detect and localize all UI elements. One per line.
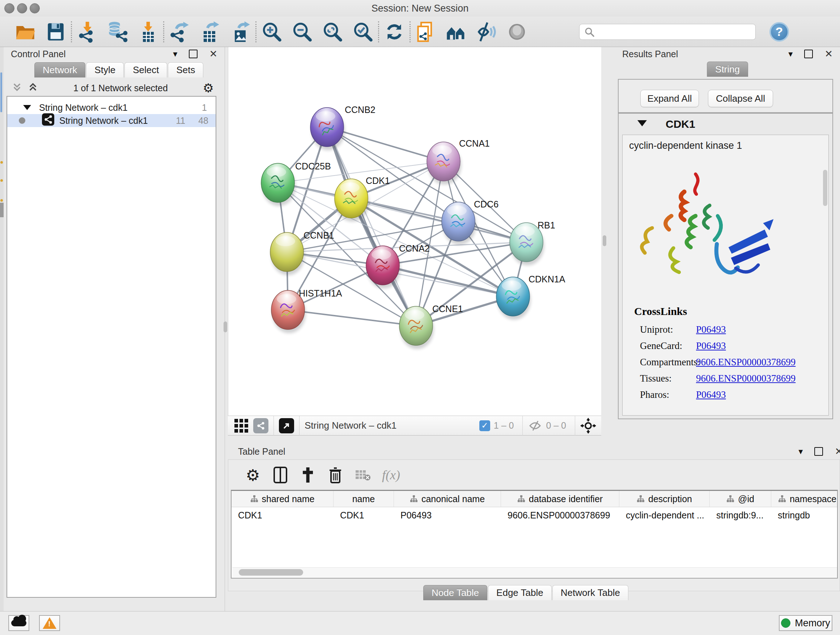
tab-string[interactable]: String (707, 62, 748, 77)
cell-@id[interactable]: stringdb:9... (710, 507, 771, 523)
network-collection-row[interactable]: String Network – cdk1 1 (7, 101, 216, 114)
results-panel-maximize-button[interactable] (804, 50, 813, 58)
crosslink-link[interactable]: 9606.ENSP00000378699 (696, 356, 796, 368)
detach-view-button[interactable] (279, 418, 294, 433)
collapse-all-tree-button[interactable] (27, 82, 38, 94)
column-header-namespace[interactable]: namespace (771, 491, 838, 507)
column-header-description[interactable]: description (619, 491, 710, 507)
column-header-canonical-name[interactable]: canonical name (394, 491, 501, 507)
tab-select[interactable]: Select (125, 62, 167, 78)
collection-expand-triangle-icon[interactable] (23, 105, 31, 110)
warnings-button[interactable]: ! (39, 615, 60, 631)
column-gear-icon[interactable]: ⚙ (245, 466, 261, 484)
column-header-@id[interactable]: @id (710, 491, 771, 507)
table-panel-close-button[interactable]: ✕ (835, 446, 840, 457)
cell-database-identifier[interactable]: 9606.ENSP00000378699 (501, 507, 619, 523)
collapse-all-button[interactable]: Collapse All (708, 90, 773, 107)
help-button[interactable]: ? (769, 22, 789, 42)
zoom-fit-button[interactable] (321, 20, 344, 43)
cell-description[interactable]: cyclin-dependent ... (619, 507, 710, 523)
memory-button[interactable]: Memory (779, 615, 832, 631)
import-table-file-button[interactable] (136, 20, 159, 43)
import-network-database-button[interactable] (106, 20, 129, 43)
table-panel-float-button[interactable]: ▾ (798, 447, 803, 456)
network-node-CCNB2[interactable] (310, 108, 345, 150)
network-node-CDKN1A[interactable] (496, 277, 531, 320)
selected-checkbox-icon[interactable]: ✓ (479, 420, 490, 431)
table-row[interactable]: CDK1CDK1P064939606.ENSP00000378699cyclin… (232, 507, 837, 523)
network-row[interactable]: String Network – cdk1 11 48 (7, 114, 216, 127)
control-panel-maximize-button[interactable] (189, 50, 197, 58)
cloud-button[interactable] (8, 615, 29, 631)
first-neighbors-button[interactable] (445, 20, 468, 43)
network-node-CDC6[interactable] (442, 202, 476, 245)
control-panel-float-button[interactable]: ▾ (173, 50, 177, 58)
results-scrollbar-thumb[interactable] (823, 170, 827, 206)
pan-crosshair-icon[interactable] (580, 418, 596, 434)
left-splitter-handle[interactable] (224, 321, 227, 333)
tab-style[interactable]: Style (86, 62, 124, 78)
show-all-button[interactable] (505, 20, 529, 43)
right-splitter-handle[interactable] (603, 235, 606, 246)
zoom-selected-button[interactable] (351, 20, 374, 43)
create-column-icon[interactable] (300, 466, 316, 484)
hidden-eye-slash-icon[interactable] (528, 420, 542, 431)
cell-namespace[interactable]: stringdb (771, 507, 838, 523)
network-node-CCNA1[interactable] (427, 142, 461, 185)
tab-sets[interactable]: Sets (168, 62, 203, 78)
copy-style-button[interactable] (414, 20, 437, 43)
network-options-gear-icon[interactable]: ⚙ (203, 81, 214, 95)
table-panel-maximize-button[interactable] (814, 447, 823, 456)
expand-all-tree-button[interactable] (11, 82, 22, 94)
network-node-CDK1[interactable] (335, 179, 369, 222)
column-header-name[interactable]: name (333, 491, 394, 507)
network-node-CDC25B[interactable] (261, 163, 295, 206)
tab-node-table[interactable]: Node Table (423, 585, 487, 600)
scrollbar-thumb[interactable] (239, 569, 303, 576)
cell-name[interactable]: CDK1 (333, 507, 394, 523)
column-header-shared-name[interactable]: shared name (232, 491, 333, 507)
crosslink-link[interactable]: P06493 (696, 340, 726, 352)
crosslink-link[interactable]: P06493 (696, 389, 726, 401)
search-input[interactable] (579, 24, 756, 40)
tab-network[interactable]: Network (34, 62, 85, 78)
gene-collapse-triangle-icon[interactable] (638, 120, 647, 126)
zoom-in-button[interactable] (260, 20, 283, 43)
minimize-window-button[interactable] (17, 3, 27, 13)
refresh-button[interactable] (383, 20, 406, 43)
function-builder-button[interactable]: f(x) (382, 466, 400, 484)
hide-selected-button[interactable] (475, 20, 498, 43)
network-node-CCNA2[interactable] (366, 246, 401, 288)
column-header-database-identifier[interactable]: database identifier (501, 491, 619, 507)
tab-edge-table[interactable]: Edge Table (488, 585, 552, 600)
network-node-CCNB1[interactable] (270, 233, 305, 275)
results-panel-float-button[interactable]: ▾ (788, 50, 793, 58)
cell-canonical-name[interactable]: P06493 (394, 507, 501, 523)
birdseye-grid-button[interactable] (234, 419, 248, 432)
cell-shared-name[interactable]: CDK1 (232, 507, 333, 523)
save-session-button[interactable] (44, 20, 67, 43)
results-panel-close-button[interactable]: ✕ (824, 48, 833, 60)
open-session-button[interactable] (14, 20, 37, 43)
network-node-CCNE1[interactable] (399, 306, 434, 349)
gene-section-header[interactable]: CDK1 (619, 114, 832, 135)
network-overview-button[interactable] (253, 418, 268, 433)
export-table-button[interactable] (198, 20, 221, 43)
export-network-button[interactable] (168, 20, 191, 43)
delete-column-trash-icon[interactable] (327, 466, 344, 484)
close-window-button[interactable] (4, 3, 14, 13)
tab-network-table[interactable]: Network Table (553, 585, 628, 600)
maximize-window-button[interactable] (30, 3, 40, 13)
network-edge-CCNE1-HIST1H1A[interactable] (288, 310, 416, 326)
export-image-button[interactable] (229, 20, 252, 43)
expand-all-button[interactable]: Expand All (640, 90, 699, 107)
crosslink-link[interactable]: 9606.ENSP00000378699 (696, 373, 796, 384)
control-panel-close-button[interactable]: ✕ (209, 48, 218, 60)
network-canvas[interactable]: CCNB2CCNA1CDC25BCDK1CDC6RB1CCNB1CCNA2HIS… (228, 47, 601, 416)
crosslink-link[interactable]: P06493 (696, 324, 726, 335)
table-horizontal-scrollbar[interactable] (232, 567, 837, 577)
zoom-out-button[interactable] (291, 20, 314, 43)
show-columns-icon[interactable] (272, 466, 289, 484)
import-network-file-button[interactable] (76, 20, 99, 43)
delete-table-icon[interactable] (355, 466, 371, 484)
